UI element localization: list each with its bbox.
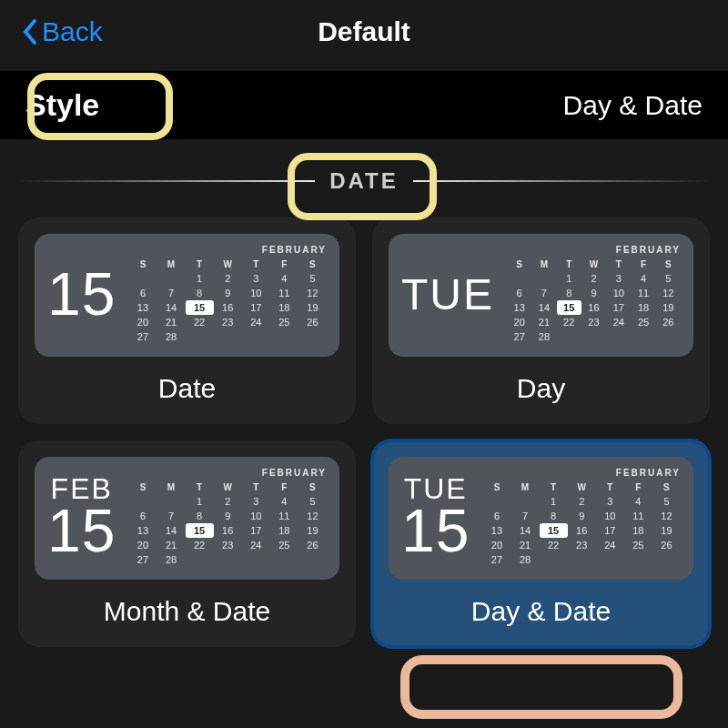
widget-left: FEB15: [47, 475, 116, 560]
option-month-date[interactable]: FEB15FEBRUARYSMTWTFS12345678910111213141…: [18, 440, 356, 647]
mini-month-label: FEBRUARY: [507, 245, 681, 255]
widget-preview: 15FEBRUARYSMTWTFS12345678910111213141516…: [35, 234, 339, 357]
option-day-date[interactable]: TUE15FEBRUARYSMTWTFS12345678910111213141…: [372, 440, 710, 647]
option-label: Month & Date: [104, 596, 270, 627]
option-label: Day: [517, 373, 565, 404]
style-row[interactable]: Style Day & Date: [0, 71, 728, 139]
back-button[interactable]: Back: [22, 16, 103, 47]
mini-month-label: FEBRUARY: [128, 468, 327, 478]
mini-calendar: FEBRUARYSMTWTFS1234567891011121314151617…: [128, 468, 327, 567]
nav-bar: Back Default: [0, 0, 728, 64]
mini-calendar: FEBRUARYSMTWTFS1234567891011121314151617…: [482, 468, 681, 567]
option-day[interactable]: TUEFEBRUARYSMTWTFS1234567891011121314151…: [372, 217, 710, 424]
widget-left: TUE15: [401, 475, 470, 560]
style-row-value: Day & Date: [563, 90, 703, 121]
section-divider: DATE: [0, 161, 728, 201]
widget-preview: FEB15FEBRUARYSMTWTFS12345678910111213141…: [35, 457, 339, 580]
section-label: DATE: [315, 161, 413, 201]
option-date[interactable]: 15FEBRUARYSMTWTFS12345678910111213141516…: [18, 217, 356, 424]
widget-left-main: 15: [47, 502, 116, 560]
widget-left-main: TUE: [401, 274, 494, 316]
widget-preview: TUE15FEBRUARYSMTWTFS12345678910111213141…: [389, 457, 693, 580]
option-label: Day & Date: [471, 596, 611, 627]
page-title: Default: [0, 16, 728, 47]
mini-month-label: FEBRUARY: [128, 245, 327, 255]
highlight-day-and-date: [400, 655, 682, 719]
options-grid: 15FEBRUARYSMTWTFS12345678910111213141516…: [0, 217, 728, 647]
widget-left: TUE: [401, 274, 494, 316]
widget-left-main: 15: [47, 266, 116, 323]
widget-left-main: 15: [401, 502, 470, 560]
mini-calendar: FEBRUARYSMTWTFS1234567891011121314151617…: [507, 245, 681, 344]
chevron-left-icon: [22, 18, 38, 46]
option-label: Date: [158, 373, 216, 404]
mini-month-label: FEBRUARY: [482, 468, 681, 478]
widget-preview: TUEFEBRUARYSMTWTFS1234567891011121314151…: [389, 234, 693, 357]
back-label: Back: [42, 16, 103, 47]
style-row-label: Style: [25, 87, 99, 123]
mini-calendar: FEBRUARYSMTWTFS1234567891011121314151617…: [128, 245, 327, 344]
widget-left: 15: [47, 266, 116, 323]
